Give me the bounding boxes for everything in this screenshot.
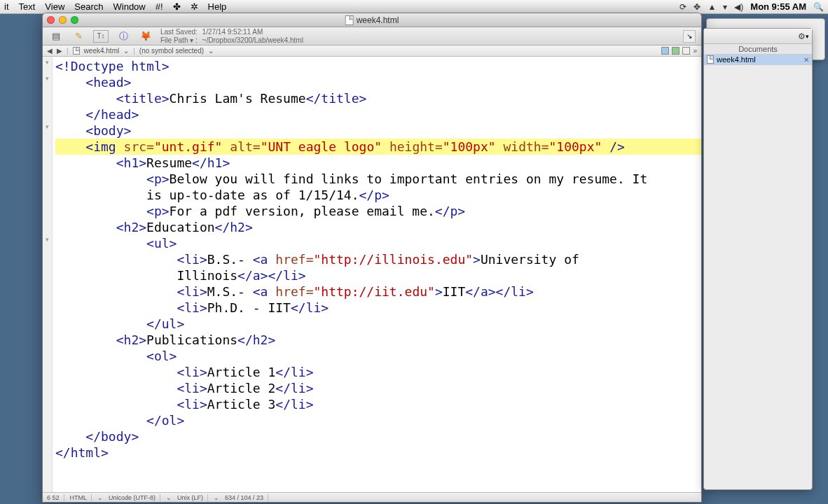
code-line-highlighted: <img src="unt.gif" alt="UNT eagle logo" … <box>55 139 701 155</box>
drawer-item-label: week4.html <box>717 55 756 64</box>
drawer-document-item[interactable]: week4.html ✕ <box>704 55 812 65</box>
navigation-bar: ◀ ▶ | week4.html ⌄ | (no symbol selected… <box>43 46 701 57</box>
drawer-toolbar: ⚙▾ <box>704 29 812 44</box>
code-line: <ul> <box>55 236 177 251</box>
code-line: <body> <box>55 123 131 138</box>
nav-symbol-menu[interactable]: ⌄ <box>208 47 214 55</box>
gear-menu[interactable]: ▾ <box>806 33 809 40</box>
code-area[interactable]: <!Doctype html> <head> <title>Chris Lam'… <box>53 57 701 492</box>
status-encoding[interactable]: Unicode (UTF-8) <box>109 494 160 501</box>
menu-item[interactable]: Text <box>19 1 36 12</box>
code-line: <h2>Publications</h2> <box>55 332 275 347</box>
menu-item[interactable]: View <box>45 1 64 12</box>
code-line: Illinois</a></li> <box>55 268 306 283</box>
menubar-right: ⟳ ✥ ▲ ▾ ◀) Mon 9:55 AM 🔍 <box>679 1 824 12</box>
code-line: <ol> <box>55 349 177 363</box>
file-metadata: Last Saved: 1/27/14 9:52:11 AM File Path… <box>160 28 303 45</box>
enc-menu[interactable]: ⌄ <box>166 494 172 501</box>
fold-marker[interactable]: ▾ <box>43 59 52 75</box>
toolbar: ▤ ✎ T↕ ⓘ 🦊 Last Saved: 1/27/14 9:52:11 A… <box>43 27 701 46</box>
code-line: <li>Ph.D. - IIT</li> <box>55 300 329 315</box>
nav-box-1[interactable] <box>661 47 669 55</box>
volume-icon[interactable]: ◀) <box>734 2 743 12</box>
code-line: <p>For a pdf version, please email me.</… <box>55 204 465 218</box>
menu-item[interactable]: ✤ <box>173 1 181 12</box>
wifi-icon[interactable]: ▲ <box>708 2 716 12</box>
menu-item[interactable]: Help <box>208 1 227 12</box>
gear-icon[interactable]: ⚙ <box>798 31 806 41</box>
menu-item[interactable]: Search <box>74 1 103 12</box>
nav-file-menu[interactable]: ⌄ <box>123 47 129 55</box>
lang-menu[interactable]: ⌄ <box>97 494 103 501</box>
menu-item[interactable]: Window <box>113 1 146 12</box>
sync-icon[interactable]: ⟳ <box>679 2 686 12</box>
menu-item[interactable]: #! <box>156 1 163 12</box>
status-bar: 6 52 HTML⌄ Unicode (UTF-8)⌄ Unix (LF)⌄ 6… <box>43 492 701 502</box>
code-line: <li>Article 1</li> <box>55 365 313 379</box>
menu-item[interactable]: ✲ <box>191 1 198 12</box>
status-position[interactable]: 6 52 <box>47 494 64 501</box>
clock[interactable]: Mon 9:55 AM <box>750 1 806 12</box>
code-line: <li>Article 3</li> <box>55 397 313 412</box>
info-button[interactable]: ⓘ <box>116 30 131 43</box>
zoom-button[interactable] <box>71 16 78 24</box>
clover-icon[interactable]: ✥ <box>694 2 701 12</box>
window-title: week4.html <box>345 15 399 25</box>
nav-symbol[interactable]: (no symbol selected) <box>139 47 204 55</box>
nav-forward[interactable]: ▶ <box>57 47 62 55</box>
code-editor[interactable]: ▾ ▾ ▾ ▾ <!Doctype html> <head> <title>Ch… <box>43 57 701 492</box>
le-menu[interactable]: ⌄ <box>214 494 219 501</box>
fold-marker[interactable]: ▾ <box>43 75 52 91</box>
browser-button[interactable]: 🦊 <box>138 30 153 43</box>
nav-file[interactable]: week4.html <box>84 47 120 55</box>
status-language[interactable]: HTML <box>70 494 92 501</box>
code-line: <li>M.S.- <a href="http://iit.edu">IIT</… <box>55 284 534 299</box>
status-lineending[interactable]: Unix (LF) <box>177 494 208 501</box>
drawer-title: Documents <box>704 44 812 55</box>
nav-box-3[interactable] <box>682 47 690 55</box>
code-line: <li>B.S.- <a href="http://illinois.edu">… <box>55 252 579 267</box>
nav-overflow[interactable]: » <box>693 47 697 55</box>
saved-value: 1/27/14 9:52:11 AM <box>202 28 263 36</box>
traffic-lights <box>47 16 78 24</box>
menubar-left: it Text View Search Window #! ✤ ✲ Help <box>4 1 226 12</box>
window-titlebar[interactable]: week4.html <box>43 13 701 27</box>
close-icon[interactable]: ✕ <box>803 56 809 64</box>
window-title-text: week4.html <box>357 15 399 25</box>
code-line: is up-to-date as of 1/15/14.</p> <box>55 188 389 202</box>
code-line: <h2>Education</h2> <box>55 220 253 234</box>
saved-label: Last Saved: <box>160 28 198 36</box>
code-line: </html> <box>55 445 109 460</box>
nav-back[interactable]: ◀ <box>47 47 53 55</box>
minimize-button[interactable] <box>59 16 67 24</box>
sidebar-toggle-button[interactable]: ▤ <box>48 30 64 43</box>
document-icon <box>707 55 714 64</box>
fold-gutter[interactable]: ▾ ▾ ▾ ▾ <box>43 57 53 492</box>
fold-marker[interactable]: ▾ <box>43 236 52 252</box>
toolbar-dropdown[interactable]: ↘ <box>683 30 696 43</box>
code-line: <p>Below you will find links to importan… <box>55 172 647 186</box>
code-line: </ul> <box>55 316 184 331</box>
documents-drawer: ⚙▾ Documents week4.html ✕ <box>703 28 813 490</box>
spotlight-icon[interactable]: 🔍 <box>813 2 824 12</box>
path-label[interactable]: File Path ▾ : <box>160 36 198 45</box>
editor-window: week4.html ▤ ✎ T↕ ⓘ 🦊 Last Saved: 1/27/1… <box>42 13 702 503</box>
text-button[interactable]: T↕ <box>93 30 109 43</box>
path-value: ~/Dropbox/3200/Lab/week4.html <box>202 36 303 45</box>
nav-box-2[interactable] <box>672 47 679 55</box>
fold-marker[interactable]: ▾ <box>43 123 52 139</box>
document-icon <box>73 47 80 55</box>
dropdown-icon[interactable]: ▾ <box>723 2 727 12</box>
nav-right: » <box>661 47 697 55</box>
macos-menubar: it Text View Search Window #! ✤ ✲ Help ⟳… <box>0 0 828 14</box>
code-line: </body> <box>55 429 139 444</box>
close-button[interactable] <box>47 16 55 24</box>
code-line: </head> <box>55 107 139 122</box>
status-counts: 634 / 104 / 23 <box>225 494 268 501</box>
menu-item[interactable]: it <box>4 1 9 12</box>
code-line: <title>Chris Lam's Resume</title> <box>55 91 366 106</box>
edit-button[interactable]: ✎ <box>71 30 86 43</box>
code-line: <head> <box>55 75 131 90</box>
code-line: </ol> <box>55 413 184 428</box>
document-icon <box>345 15 354 25</box>
